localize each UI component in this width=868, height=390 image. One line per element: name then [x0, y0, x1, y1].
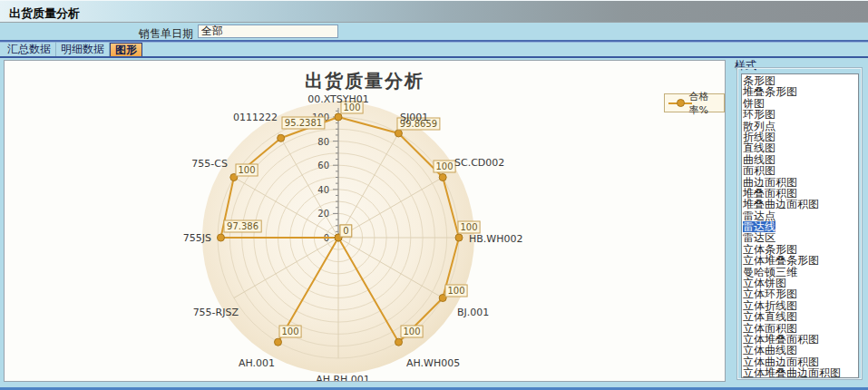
radar-category-label: 755-CS: [191, 158, 228, 170]
chart-legend: 合格率%: [664, 93, 725, 112]
legend-label: 合格率%: [688, 90, 718, 117]
radar-category-label: 755-RJSZ: [193, 307, 239, 318]
style-option[interactable]: 雷达区: [743, 232, 858, 243]
style-option[interactable]: 堆叠曲边面积图: [743, 199, 858, 210]
radar-category-label: 00.XTSYH01: [307, 93, 369, 105]
svg-text:20: 20: [317, 209, 329, 219]
style-option[interactable]: 堆叠条形图: [743, 86, 858, 97]
style-option[interactable]: 立体曲线图: [743, 345, 858, 356]
style-option[interactable]: 立体环形图: [743, 288, 858, 299]
svg-text:97.386: 97.386: [227, 221, 258, 231]
tab-graph[interactable]: 图形: [110, 43, 142, 56]
svg-text:40: 40: [317, 185, 329, 195]
svg-text:60: 60: [317, 161, 329, 171]
style-option[interactable]: 直线图: [743, 142, 858, 153]
style-option[interactable]: 立体堆叠条形图: [743, 255, 858, 266]
radar-category-label: BJ.001: [457, 307, 489, 318]
style-option[interactable]: 面积图: [743, 165, 858, 176]
svg-text:95.2381: 95.2381: [285, 118, 322, 128]
radar-category-label: AH.RH.001: [316, 374, 369, 381]
svg-text:0: 0: [343, 226, 348, 236]
radar-category-label: SJ001: [400, 112, 428, 123]
page-title: 出货质量分析: [9, 5, 80, 22]
filter-bar: 销售单日期: [0, 24, 868, 40]
tab-summary-data[interactable]: 汇总数据: [3, 42, 56, 56]
style-groupbox: 条形图堆叠条形图饼图环形图散列点折线图直线图曲线图面积图曲边面积图堆叠面积图堆叠…: [736, 67, 863, 380]
chart-panel: 出货质量分析 02040608010010099.865910010010010…: [4, 60, 726, 382]
radar-category-label: SC.CD002: [454, 157, 504, 169]
style-option[interactable]: 立体堆叠曲边面积图: [743, 367, 858, 378]
style-listbox[interactable]: 条形图堆叠条形图饼图环形图散列点折线图直线图曲线图面积图曲边面积图堆叠面积图堆叠…: [741, 73, 859, 378]
svg-text:100: 100: [282, 327, 299, 336]
tab-detail-data[interactable]: 明细数据: [56, 42, 110, 56]
radar-category-label: AH.001: [239, 357, 275, 369]
legend-line-dot-icon: [668, 99, 686, 107]
svg-text:100: 100: [461, 222, 478, 232]
window-title-bar: 出货质量分析: [0, 0, 868, 23]
svg-text:100: 100: [239, 165, 256, 175]
window-bottom-edge: [0, 382, 868, 390]
app-window: 出货质量分析 销售单日期 汇总数据明细数据图形 出货质量分析 020406080…: [0, 0, 868, 390]
style-option[interactable]: 环形图: [743, 109, 858, 120]
svg-text:80: 80: [317, 137, 329, 147]
style-option[interactable]: 立体直线图: [743, 311, 858, 322]
radar-category-label: AH.WH005: [406, 357, 460, 369]
svg-text:100: 100: [448, 286, 465, 296]
svg-text:100: 100: [436, 161, 454, 171]
tab-bar: 汇总数据明细数据图形: [0, 40, 868, 58]
radar-category-label: HB.WH002: [469, 233, 522, 245]
sales-date-input[interactable]: [198, 24, 338, 38]
radar-category-label: 755JS: [183, 232, 211, 244]
radar-category-label: 0111222: [233, 112, 278, 123]
svg-text:100: 100: [404, 327, 421, 336]
radar-chart: 02040608010010099.8659100100100100010009…: [5, 61, 725, 381]
